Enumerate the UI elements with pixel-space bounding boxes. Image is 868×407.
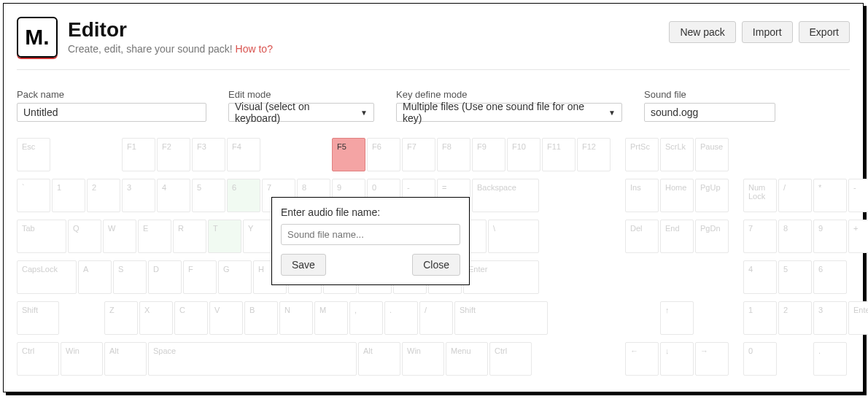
key-F11[interactable]: F11	[542, 138, 576, 171]
key-4[interactable]: 4	[743, 260, 777, 294]
key-X[interactable]: X	[139, 301, 173, 335]
key-*[interactable]: *	[813, 179, 847, 212]
pack-name-label: Pack name	[17, 89, 206, 100]
key-5[interactable]: 5	[192, 179, 225, 212]
key-B[interactable]: B	[244, 301, 278, 335]
key-Alt[interactable]: Alt	[358, 342, 400, 376]
key-N[interactable]: N	[279, 301, 313, 335]
key-0[interactable]: 0	[743, 342, 777, 376]
key-Esc[interactable]: Esc	[17, 138, 50, 171]
key-Space[interactable]: Space	[148, 342, 357, 376]
key-W[interactable]: W	[103, 220, 136, 253]
key-Win[interactable]: Win	[61, 342, 103, 376]
sound-filename-input[interactable]	[281, 224, 460, 245]
key-→[interactable]: →	[695, 342, 729, 376]
key-,[interactable]: ,	[349, 301, 383, 335]
key-\[interactable]: \	[488, 220, 539, 253]
key-Ins[interactable]: Ins	[625, 179, 659, 212]
save-button[interactable]: Save	[281, 254, 326, 276]
key-PgUp[interactable]: PgUp	[695, 179, 729, 212]
key-2[interactable]: 2	[778, 301, 812, 335]
key-3[interactable]: 3	[813, 301, 847, 335]
export-button[interactable]: Export	[799, 21, 850, 43]
key-CapsLock[interactable]: CapsLock	[17, 260, 77, 294]
import-button[interactable]: Import	[742, 21, 793, 43]
key-M[interactable]: M	[314, 301, 348, 335]
key-Backspace[interactable]: Backspace	[472, 179, 539, 212]
key-R[interactable]: R	[173, 220, 206, 253]
key-/[interactable]: /	[419, 301, 453, 335]
key-V[interactable]: V	[209, 301, 243, 335]
key-Shift[interactable]: Shift	[17, 301, 59, 335]
key-Enter[interactable]: Enter	[848, 301, 868, 335]
key-6[interactable]: 6	[227, 179, 260, 212]
key-9[interactable]: 9	[813, 220, 847, 253]
key-F2[interactable]: F2	[157, 138, 190, 171]
key-F7[interactable]: F7	[402, 138, 435, 171]
key-+[interactable]: +	[848, 220, 868, 253]
key-5[interactable]: 5	[778, 260, 812, 294]
key-Menu[interactable]: Menu	[446, 342, 488, 376]
key-3[interactable]: 3	[122, 179, 155, 212]
key-6[interactable]: 6	[813, 260, 847, 294]
key-Ctrl[interactable]: Ctrl	[489, 342, 532, 376]
key-ScrLk[interactable]: ScrLk	[660, 138, 694, 171]
key-Ctrl[interactable]: Ctrl	[17, 342, 59, 376]
key-D[interactable]: D	[148, 260, 182, 294]
key-Num Lock[interactable]: Num Lock	[743, 179, 777, 212]
key--[interactable]: -	[848, 179, 868, 212]
key-Home[interactable]: Home	[660, 179, 694, 212]
edit-mode-select[interactable]: Visual (select on keyboard)▼	[228, 103, 374, 122]
key-F4[interactable]: F4	[227, 138, 260, 171]
key-/[interactable]: /	[778, 179, 812, 212]
key-F3[interactable]: F3	[192, 138, 225, 171]
key-.[interactable]: .	[384, 301, 418, 335]
key-4[interactable]: 4	[157, 179, 190, 212]
chevron-down-icon: ▼	[360, 109, 368, 117]
new-pack-button[interactable]: New pack	[669, 21, 735, 43]
key-↓[interactable]: ↓	[660, 342, 694, 376]
close-button[interactable]: Close	[412, 254, 460, 276]
key-Q[interactable]: Q	[68, 220, 101, 253]
key-F6[interactable]: F6	[367, 138, 400, 171]
key-Del[interactable]: Del	[625, 220, 659, 253]
key-F8[interactable]: F8	[437, 138, 470, 171]
key-define-select[interactable]: Multiple files (Use one sound file for o…	[396, 103, 622, 122]
key-2[interactable]: 2	[87, 179, 120, 212]
key-End[interactable]: End	[660, 220, 694, 253]
key-Pause[interactable]: Pause	[695, 138, 729, 171]
key-1[interactable]: 1	[52, 179, 85, 212]
key-PgDn[interactable]: PgDn	[695, 220, 729, 253]
key-F10[interactable]: F10	[507, 138, 540, 171]
key-F[interactable]: F	[183, 260, 217, 294]
key-F12[interactable]: F12	[577, 138, 611, 171]
sound-file-label: Sound file	[644, 89, 775, 100]
key-7[interactable]: 7	[743, 220, 777, 253]
pack-name-input[interactable]	[17, 103, 206, 122]
key-Z[interactable]: Z	[104, 301, 138, 335]
key-E[interactable]: E	[138, 220, 171, 253]
key-Enter[interactable]: Enter	[463, 260, 539, 294]
key-1[interactable]: 1	[743, 301, 777, 335]
key-C[interactable]: C	[174, 301, 208, 335]
key-`[interactable]: `	[17, 179, 50, 212]
app-logo: M.	[17, 17, 58, 58]
sound-file-input[interactable]	[644, 103, 775, 122]
key-PrtSc[interactable]: PrtSc	[625, 138, 659, 171]
key-A[interactable]: A	[78, 260, 112, 294]
how-to-link[interactable]: How to?	[236, 43, 273, 55]
key-↑[interactable]: ↑	[660, 301, 694, 335]
key-G[interactable]: G	[218, 260, 252, 294]
key-Alt[interactable]: Alt	[104, 342, 147, 376]
key-F5[interactable]: F5	[332, 138, 365, 171]
key-Tab[interactable]: Tab	[17, 220, 66, 253]
key-.[interactable]: .	[813, 342, 847, 376]
key-←[interactable]: ←	[625, 342, 659, 376]
key-S[interactable]: S	[113, 260, 147, 294]
key-F1[interactable]: F1	[122, 138, 155, 171]
key-Win[interactable]: Win	[402, 342, 444, 376]
key-8[interactable]: 8	[778, 220, 812, 253]
key-Shift[interactable]: Shift	[454, 301, 548, 335]
key-F9[interactable]: F9	[472, 138, 505, 171]
key-T[interactable]: T	[208, 220, 241, 253]
